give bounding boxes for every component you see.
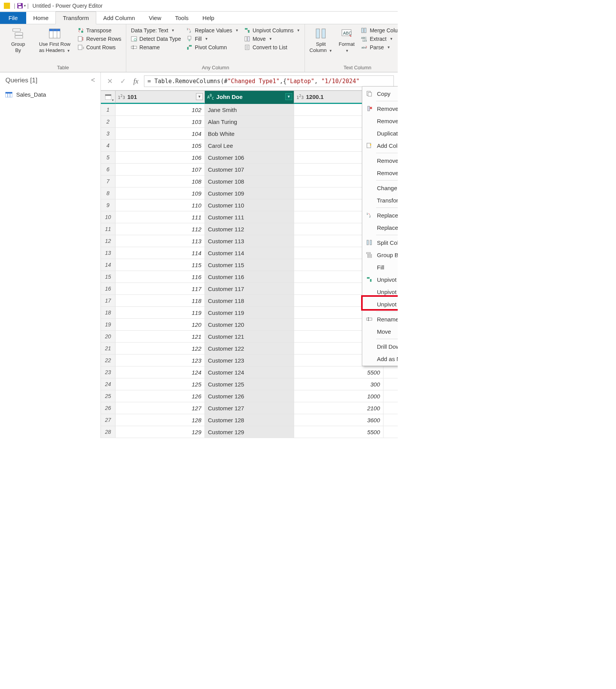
cell-col2[interactable]: Customer 107 [205, 164, 294, 175]
cell-col2[interactable]: Customer 129 [205, 426, 294, 438]
merge-columns-button[interactable]: Merge Column [360, 27, 398, 34]
reverse-rows-button[interactable]: Reverse Rows [76, 35, 123, 43]
cell-col1[interactable]: 109 [116, 187, 205, 199]
collapse-pane-icon[interactable]: < [91, 76, 95, 84]
use-first-row-button[interactable]: Use First Row as Headers ▼ [35, 26, 74, 53]
cm-add-from-examples[interactable]: Add Column From Examples... [362, 139, 398, 152]
table-row[interactable]: 10111Customer 111 [101, 211, 398, 223]
cell-col2[interactable]: Alan Turing [205, 116, 294, 127]
formula-input[interactable]: = Table.RemoveColumns(#"Changed Type1",{… [144, 75, 394, 87]
pivot-column-button[interactable]: Pivot Column [185, 43, 240, 51]
tab-tools[interactable]: Tools [168, 12, 196, 24]
cell-col2[interactable]: Customer 112 [205, 223, 294, 235]
cell-col2[interactable]: Customer 119 [205, 307, 294, 318]
format-button[interactable]: ABC Format▼ [336, 26, 357, 53]
cm-fill[interactable]: Fill▶ [362, 261, 398, 273]
cell-col1[interactable]: 110 [116, 199, 205, 211]
cm-change-type[interactable]: Change Type▶ [362, 182, 398, 194]
cell-col1[interactable]: 102 [116, 104, 205, 115]
cm-remove[interactable]: Remove [362, 102, 398, 115]
cell-col2[interactable]: Customer 115 [205, 259, 294, 271]
table-row[interactable]: 11112Customer 112 [101, 223, 398, 235]
rename-button[interactable]: Rename [129, 43, 182, 51]
cell-col1[interactable]: 111 [116, 211, 205, 223]
cm-replace-errors[interactable]: Replace Errors... [362, 221, 398, 234]
convert-to-list-button[interactable]: Convert to List [243, 43, 302, 51]
cm-remove-errors[interactable]: Remove Errors [362, 167, 398, 179]
split-column-button[interactable]: Split Column ▼ [308, 26, 333, 53]
replace-values-button[interactable]: 12 Replace Values▼ [185, 27, 240, 34]
cell-col1[interactable]: 117 [116, 283, 205, 294]
table-row[interactable]: 8109Customer 109 [101, 187, 398, 199]
grid-corner[interactable]: ▼ [101, 91, 116, 104]
cell-col2[interactable]: Customer 124 [205, 366, 294, 378]
data-type-button[interactable]: Data Type: Text▼ [129, 27, 182, 34]
table-row[interactable]: 22123Customer 123 [101, 355, 398, 366]
cell-col1[interactable]: 118 [116, 295, 205, 306]
cm-split-column[interactable]: Split Column▶ [362, 236, 398, 249]
table-row[interactable]: 7108Customer 108 [101, 176, 398, 187]
cell-col1[interactable]: 124 [116, 366, 205, 378]
extract-button[interactable]: ABC123 Extract▼ [360, 35, 398, 43]
cell-col2[interactable]: Bob White [205, 128, 294, 139]
count-rows-button[interactable]: 3 Count Rows [76, 43, 123, 51]
cm-add-new-query[interactable]: Add as New Query [362, 353, 398, 365]
cell-col1[interactable]: 123 [116, 355, 205, 366]
cell-col3[interactable]: 2100 [294, 402, 383, 414]
table-row[interactable]: 3104Bob White [101, 128, 398, 140]
tab-file[interactable]: File [0, 12, 26, 24]
table-row[interactable]: 26127Customer 1272100 [101, 402, 398, 414]
tab-home[interactable]: Home [26, 12, 55, 24]
qat-dropdown-icon[interactable]: ▾ [24, 3, 26, 8]
cm-transform[interactable]: Transform▶ [362, 194, 398, 206]
formula-cancel-icon[interactable]: ✕ [105, 76, 115, 86]
table-row[interactable]: 19120Customer 120 [101, 319, 398, 331]
table-row[interactable]: 12113Customer 113 [101, 235, 398, 247]
table-row[interactable]: 21122Customer 122 [101, 343, 398, 355]
table-row[interactable]: 13114Customer 114 [101, 247, 398, 259]
parse-button[interactable]: abc Parse▼ [360, 43, 398, 51]
formula-fx-icon[interactable]: fx [131, 76, 141, 86]
cm-remove-other[interactable]: Remove Other Columns [362, 115, 398, 127]
cell-col2[interactable]: Customer 110 [205, 199, 294, 211]
table-row[interactable]: 15116Customer 116 [101, 271, 398, 283]
detect-data-type-button[interactable]: Detect Data Type [129, 35, 182, 43]
cell-col1[interactable]: 128 [116, 414, 205, 426]
cell-col1[interactable]: 122 [116, 343, 205, 354]
cell-col1[interactable]: 107 [116, 164, 205, 175]
transpose-button[interactable]: Transpose [76, 27, 123, 34]
cell-col1[interactable]: 104 [116, 128, 205, 139]
save-icon[interactable] [17, 3, 23, 9]
cell-col2[interactable]: Carol Lee [205, 140, 294, 151]
cell-col1[interactable]: 106 [116, 152, 205, 163]
cm-replace-values[interactable]: 12 Replace Values... [362, 209, 398, 221]
table-row[interactable]: 14115Customer 115 [101, 259, 398, 271]
cell-col2[interactable]: Jane Smith [205, 104, 294, 115]
cell-col2[interactable]: Customer 106 [205, 152, 294, 163]
table-row[interactable]: 28129Customer 1295500 [101, 426, 398, 438]
cell-col3[interactable]: 3600 [294, 414, 383, 426]
filter-dropdown-icon[interactable]: ▼ [196, 93, 203, 100]
table-row[interactable]: 6107Customer 107 [101, 164, 398, 176]
cell-col2[interactable]: Customer 123 [205, 355, 294, 366]
corner-dropdown-icon[interactable]: ▼ [111, 99, 114, 102]
cell-col2[interactable]: Customer 113 [205, 235, 294, 247]
cm-unpivot-other[interactable]: Unpivot Other Columns [362, 286, 398, 298]
cell-col1[interactable]: 112 [116, 223, 205, 235]
cm-group-by[interactable]: Group By... [362, 249, 398, 261]
cm-drill-down[interactable]: Drill Down [362, 340, 398, 353]
filter-dropdown-icon[interactable]: ▼ [285, 93, 292, 100]
table-row[interactable]: 20121Customer 121 [101, 331, 398, 343]
table-row[interactable]: 18119Customer 119 [101, 307, 398, 319]
tab-transform[interactable]: Transform [55, 12, 96, 24]
table-row[interactable]: 17118Customer 118 [101, 295, 398, 307]
cell-col1[interactable]: 105 [116, 140, 205, 151]
table-row[interactable]: 1102Jane Smith [101, 104, 398, 116]
cell-col2[interactable]: Customer 116 [205, 271, 294, 283]
table-row[interactable]: 4105Carol Lee [101, 140, 398, 152]
tab-help[interactable]: Help [196, 12, 221, 24]
cell-col3[interactable]: 5500 [294, 366, 383, 378]
cell-col1[interactable]: 119 [116, 307, 205, 318]
cell-col1[interactable]: 113 [116, 235, 205, 247]
cell-col2[interactable]: Customer 125 [205, 378, 294, 390]
